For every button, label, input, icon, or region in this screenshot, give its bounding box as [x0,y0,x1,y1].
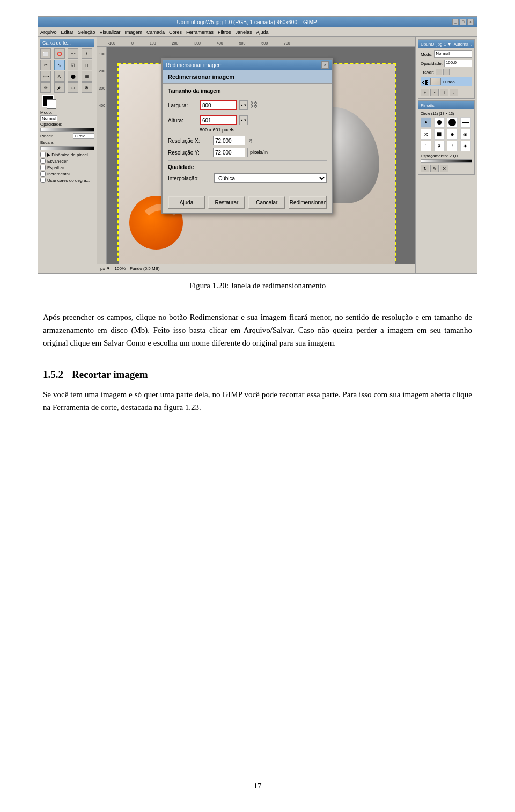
brush-edit-btn[interactable]: ✎ [430,165,439,172]
layer-visibility-icon[interactable]: 👁 [422,78,429,85]
menu-arquivo[interactable]: Arquivo [40,30,57,35]
dialog-height-spin[interactable]: ▲▼ [239,115,248,125]
dialog-close-button[interactable]: × [321,61,329,69]
menu-camada[interactable]: Camada [146,30,165,35]
gimp-maximize-btn[interactable]: □ [460,19,466,25]
brush-soft[interactable]: ● [447,129,458,140]
background-color[interactable] [47,99,56,109]
tool-ellipse-select[interactable]: ⭕ [54,48,65,59]
scale-slider[interactable] [40,146,94,150]
tool-eraser[interactable]: ▭ [68,82,78,93]
dialog-height-input[interactable] [200,115,237,125]
layers-mode-value: Normal [434,50,472,58]
brush-dots[interactable]: ⁚ [421,141,431,151]
gimp-screenshot: UbuntuLogoW5.jpg-1.0 (RGB, 1 camada) 960… [38,16,477,274]
brush-x[interactable]: ✗ [434,141,445,151]
checkbox-fade[interactable] [40,158,46,164]
opacity-slider[interactable] [40,128,94,132]
menu-visualizar[interactable]: Visualizar [100,30,121,35]
brush-circle-lg[interactable] [447,117,458,128]
checkbox-esvanecer-label: Esvanecer [47,159,68,164]
checkbox-use-gradient[interactable] [40,178,46,183]
tool-perspective[interactable]: ◻ [82,60,92,70]
layer-fundo[interactable]: 👁 Fundo [421,77,472,86]
menu-selecao[interactable]: Seleção [78,30,95,35]
tool-crop[interactable]: ✂ [40,60,51,70]
menu-imagem[interactable]: Imagem [124,30,142,35]
tool-gradient[interactable]: ▦ [82,71,92,82]
menu-editar[interactable]: Editar [61,30,74,35]
dialog-restore-button[interactable]: Restaurar [208,196,245,209]
layers-list: 👁 Fundo [421,77,472,86]
dialog-resx-label: Resolução X: [168,138,211,144]
figure-caption: Figura 1.20: Janela de redimensionamento [189,281,326,290]
brush-cross[interactable]: ✕ [421,129,431,140]
statusbar-info: Fundo (5,5 MB) [130,266,160,271]
opacity-row: Opacidade: [40,122,94,127]
brush-star[interactable]: ✦ [460,141,471,151]
layer-down-btn[interactable]: ↓ [450,89,458,96]
brush-refresh-btn[interactable]: ↻ [421,165,429,172]
dialog-resize-button[interactable]: Redimensionar [289,196,327,209]
tool-flip[interactable]: ⟺ [40,71,51,82]
tool-paintbrush[interactable]: 🖌 [54,82,65,93]
dialog-resx-input[interactable] [213,136,245,145]
brush-delete-btn[interactable]: ✕ [440,165,448,172]
checkbox-brush-dynamics[interactable] [40,152,46,157]
checkbox-scatter[interactable] [40,165,46,170]
brush-hard[interactable]: ◉ [460,129,471,140]
dialog-header-text: Redimensionar imagem [168,74,234,80]
foreground-color[interactable] [42,95,54,107]
dialog-resy-input[interactable] [213,148,245,157]
menu-filtros[interactable]: Filtros [218,30,231,35]
tool-fuzzy-select[interactable]: ⁞ [82,48,92,59]
brush-dash[interactable] [460,117,471,128]
tool-bucket[interactable]: ⬤ [68,71,78,82]
dialog-width-input[interactable] [200,100,237,110]
tool-rect-select[interactable]: ⬜ [40,48,51,59]
tool-free-select[interactable]: 〰 [68,48,78,59]
layer-up-btn[interactable]: ↑ [440,89,448,96]
brush-square[interactable]: ■ [434,129,445,140]
lock-position-icon[interactable] [443,69,450,75]
dialog-help-button[interactable]: Ajuda [168,196,205,209]
resize-dialog: Redimensionar imagem × Redimensionar ima… [161,58,333,214]
gimp-titlebar-buttons: _ □ × [452,19,474,25]
dialog-height-row: Altura: ▲▼ [168,115,327,125]
gimp-minimize-btn[interactable]: _ [452,19,459,25]
spacing-value: 20,0 [449,153,458,158]
spacing-slider[interactable] [421,159,472,163]
figure-container: UbuntuLogoW5.jpg-1.0 (RGB, 1 camada) 960… [43,16,472,300]
dialog-interp-select[interactable]: Cúbica [214,173,327,183]
layer-add-btn[interactable]: + [421,89,429,96]
layer-actions: + - ↑ ↓ [421,89,472,96]
brushes-panel-titlebar: Pincéis [418,101,474,109]
checkbox-espalhar: Espalhar [40,165,94,170]
dialog-height-label: Altura: [168,118,197,123]
tool-pencil[interactable]: ✏ [40,82,51,93]
layer-delete-btn[interactable]: - [430,89,439,96]
dialog-width-spin[interactable]: ▲▼ [239,100,248,110]
menu-janelas[interactable]: Janelas [236,30,252,35]
menu-ferramentas[interactable]: Ferramentas [186,30,214,35]
brush-circle-sm[interactable] [421,117,431,128]
dialog-link-icon[interactable]: ⛓ [250,97,258,113]
menu-cores[interactable]: Cores [169,30,182,35]
checkbox-incremental[interactable] [40,171,46,177]
dialog-res-chain[interactable]: ⛓ [248,138,253,143]
gimp-main: Caixa de fe... ⬜ ⭕ 〰 ⁞ ✂ ⤡ ◱ ◻ ⟺ A [38,37,477,273]
brushes-panel: Pincéis Circle (11) (13 × 13) ✕ [418,100,475,175]
gimp-close-btn[interactable]: × [467,19,474,25]
tool-shear[interactable]: ◱ [68,60,78,70]
lock-pixels-icon[interactable] [436,69,442,75]
tool-airbrush[interactable]: ⊛ [82,82,92,93]
dialog-cancel-button[interactable]: Cancelar [248,196,285,209]
tool-scale[interactable]: ⤡ [54,60,65,70]
brushes-subtitle: Circle (11) (13 × 13) [421,112,472,115]
brush-scatter[interactable]: ⁝ [447,141,458,151]
menu-ajuda[interactable]: Ajuda [256,30,269,35]
gimp-canvas-area[interactable]: -100 0 100 200 300 400 500 600 700 100 2… [97,37,415,273]
dialog-size-note-text: 800 x 601 pixels [200,127,234,133]
brush-circle-md[interactable] [434,117,445,128]
tool-text[interactable]: A [54,71,65,82]
